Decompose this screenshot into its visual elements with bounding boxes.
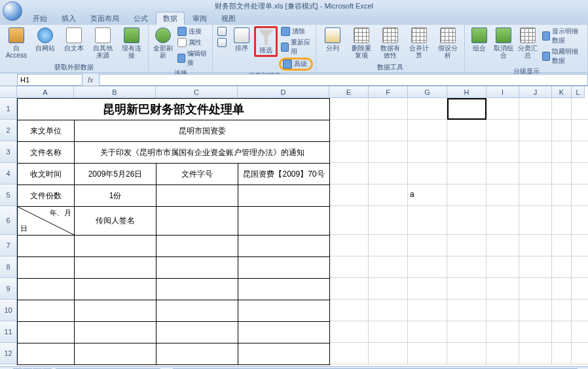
group-data-tools: 分列 删除重复项 数据有效性 合并计算 假设分析 数据工具 — [316, 25, 465, 73]
select-all-corner[interactable] — [0, 86, 17, 98]
grid-body[interactable]: 昆明新巴财务部文件处理单 来文单位昆明市国资委 文件名称关于印发《昆明市市属国有… — [17, 98, 588, 366]
col-header-J[interactable]: J — [519, 86, 552, 98]
group-external-data: 自 Access 自网站 自文本 自其他来源 现有连接 获取外部数据 — [0, 25, 149, 73]
row-header-1[interactable]: 1 — [0, 98, 17, 120]
active-cell-H1[interactable] — [447, 98, 487, 120]
row-header-5[interactable]: 5 — [0, 184, 17, 206]
sheet-tab-bar: ⏮ ◀ ▶ ⏭ Sheet1 Sheet2 Sheet3 — [0, 366, 588, 369]
ungroup-button[interactable]: 取消组合 — [492, 26, 515, 60]
col-header-D[interactable]: D — [238, 86, 329, 98]
advanced-filter-button[interactable]: 高级 — [279, 58, 313, 71]
group-sort-filter: 排序 筛选 清除 重新应用 高级 排序和筛选 — [213, 25, 316, 73]
col-header-H[interactable]: H — [447, 86, 487, 98]
group-connections: 全部刷新 连接 属性 编辑链接 连接 — [149, 25, 213, 73]
text-to-cols-button[interactable]: 分列 — [319, 26, 346, 53]
doc-title[interactable]: 昆明新巴财务部文件处理单 — [18, 99, 330, 120]
group-button[interactable]: 组合 — [468, 26, 490, 53]
from-other-button[interactable]: 自其他来源 — [89, 26, 117, 60]
cell-sender-label[interactable]: 来文单位 — [18, 120, 75, 142]
row-header-8[interactable]: 8 — [0, 256, 17, 278]
col-header-A[interactable]: A — [17, 86, 74, 98]
window-title: 财务部文件处理单.xls [兼容模式] - Microsoft Excel — [215, 1, 373, 11]
cell-recvtime-label[interactable]: 收文时间 — [18, 164, 75, 185]
sort-button[interactable]: 排序 — [230, 26, 253, 53]
col-header-E[interactable]: E — [329, 86, 369, 98]
group-outline: 组合 取消组合 分类汇总 显示明细数据 隐藏明细数据 分级显示 — [465, 25, 588, 73]
cell-signature-label[interactable]: 传阅人签名 — [75, 207, 156, 236]
cell-recvtime-value[interactable]: 2009年5月26日 — [75, 164, 156, 185]
column-headers: A B C D E F G H I J K L — [17, 86, 585, 98]
tab-formulas[interactable]: 公式 — [127, 12, 155, 25]
from-access-button[interactable]: 自 Access — [3, 26, 30, 60]
tab-review[interactable]: 审阅 — [186, 12, 213, 25]
name-box[interactable]: H1 — [17, 74, 83, 86]
edit-links-button[interactable]: 编辑链接 — [175, 48, 210, 68]
col-header-L[interactable]: L — [572, 86, 585, 98]
row-header-10[interactable]: 10 — [0, 300, 17, 321]
show-detail-button[interactable]: 显示明细数据 — [540, 26, 585, 46]
cell-diag-date[interactable]: 年、月日 — [18, 207, 75, 236]
whatif-button[interactable]: 假设分析 — [434, 26, 462, 60]
tab-view[interactable]: 视图 — [215, 12, 242, 25]
subtotal-button[interactable]: 分类汇总 — [516, 26, 539, 60]
cell-docno-label[interactable]: 文件字号 — [156, 164, 238, 185]
cell-filename-label[interactable]: 文件名称 — [18, 142, 75, 164]
cell-copies-label[interactable]: 文件份数 — [18, 185, 75, 207]
col-header-G[interactable]: G — [408, 86, 447, 98]
ribbon: 自 Access 自网站 自文本 自其他来源 现有连接 获取外部数据 全部刷新 … — [0, 25, 588, 73]
row-header-9[interactable]: 9 — [0, 278, 17, 300]
row-header-6[interactable]: 6 — [0, 206, 17, 235]
properties-button[interactable]: 属性 — [175, 37, 210, 48]
row-header-2[interactable]: 2 — [0, 120, 17, 141]
col-header-C[interactable]: C — [156, 86, 238, 98]
cell-r5c[interactable] — [156, 185, 238, 207]
cell-copies-value[interactable]: 1份 — [75, 185, 156, 207]
tab-insert[interactable]: 插入 — [55, 12, 83, 25]
formula-bar: H1 fx — [0, 73, 588, 86]
sort-za-button[interactable] — [215, 37, 229, 48]
consolidate-button[interactable]: 合并计算 — [405, 26, 433, 60]
remove-dup-button[interactable]: 删除重复项 — [348, 26, 375, 60]
cell-docno-value[interactable]: 昆国资费【2009】70号 — [238, 164, 330, 185]
office-button[interactable] — [3, 1, 22, 21]
row-headers: 1 2 3 4 5 6 7 8 9 10 11 12 — [0, 98, 17, 366]
tab-layout[interactable]: 页面布局 — [84, 12, 126, 25]
col-header-K[interactable]: K — [552, 86, 572, 98]
sort-az-button[interactable] — [215, 26, 229, 37]
group-label-external: 获取外部数据 — [3, 62, 145, 73]
data-valid-button[interactable]: 数据有效性 — [377, 26, 404, 60]
document-table: 昆明新巴财务部文件处理单 来文单位昆明市国资委 文件名称关于印发《昆明市市属国有… — [17, 98, 330, 365]
cell-G5[interactable]: a — [410, 190, 414, 199]
group-label-tools: 数据工具 — [319, 62, 462, 73]
menu-tabs: 开始 插入 页面布局 公式 数据 审阅 视图 — [0, 12, 588, 25]
formula-input[interactable] — [99, 74, 588, 86]
col-header-F[interactable]: F — [369, 86, 408, 98]
tab-home[interactable]: 开始 — [26, 12, 54, 25]
hide-detail-button[interactable]: 隐藏明细数据 — [540, 46, 585, 66]
col-header-B[interactable]: B — [74, 86, 156, 98]
existing-conn-button[interactable]: 现有连接 — [118, 26, 145, 60]
from-web-button[interactable]: 自网站 — [31, 26, 59, 53]
row-header-11[interactable]: 11 — [0, 321, 17, 343]
col-header-I[interactable]: I — [487, 86, 519, 98]
reapply-button[interactable]: 重新应用 — [279, 37, 313, 57]
fx-icon[interactable]: fx — [83, 76, 99, 84]
tab-data[interactable]: 数据 — [156, 12, 185, 25]
cell-sender-value[interactable]: 昆明市国资委 — [75, 120, 330, 142]
refresh-all-button[interactable]: 全部刷新 — [151, 26, 174, 60]
cell-filename-value[interactable]: 关于印发《昆明市市属国有企业资金账户管理办法》的通知 — [75, 142, 330, 164]
connections-button[interactable]: 连接 — [175, 26, 210, 37]
row-header-12[interactable]: 12 — [0, 343, 17, 364]
filter-button[interactable]: 筛选 — [254, 26, 278, 57]
from-text-button[interactable]: 自文本 — [60, 26, 88, 53]
row-header-3[interactable]: 3 — [0, 141, 17, 163]
row-header-7[interactable]: 7 — [0, 235, 17, 256]
cell-r5d[interactable] — [238, 185, 330, 207]
title-bar: 财务部文件处理单.xls [兼容模式] - Microsoft Excel — [0, 0, 588, 12]
clear-filter-button[interactable]: 清除 — [279, 26, 313, 37]
row-header-4[interactable]: 4 — [0, 163, 17, 184]
